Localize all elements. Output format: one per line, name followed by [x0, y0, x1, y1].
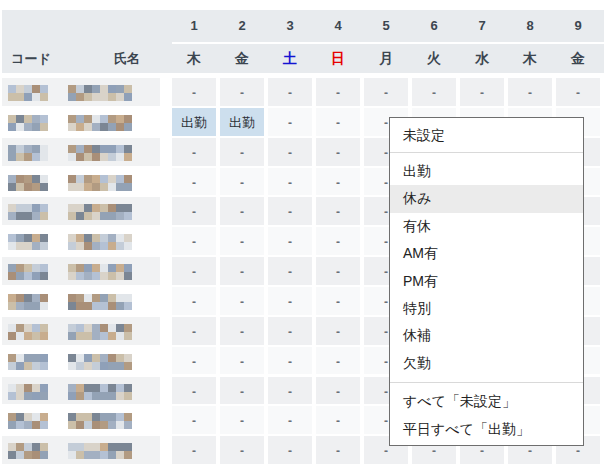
attendance-cell[interactable]: - [268, 108, 312, 136]
attendance-cell[interactable]: - [220, 347, 264, 375]
attendance-cell[interactable]: - [220, 197, 264, 225]
attendance-cell[interactable]: - [268, 436, 312, 464]
row-left-band [2, 347, 160, 375]
attendance-cell[interactable]: - [268, 168, 312, 196]
attendance-cell[interactable]: - [172, 287, 216, 315]
attendance-cell[interactable]: - [268, 287, 312, 315]
day-name-header: 日 [316, 44, 360, 73]
attendance-cell-value: - [192, 355, 196, 369]
code-redacted-mosaic [8, 85, 48, 101]
attendance-cell[interactable]: - [172, 347, 216, 375]
attendance-cell-value: - [240, 176, 244, 190]
menu-item-1[interactable]: 出勤 [390, 158, 583, 185]
attendance-cell[interactable]: - [316, 406, 360, 434]
attendance-cell[interactable]: - [460, 78, 504, 106]
attendance-cell[interactable]: - [316, 78, 360, 106]
attendance-cell[interactable]: - [316, 436, 360, 464]
attendance-cell[interactable]: - [172, 78, 216, 106]
day-name-header: 水 [460, 44, 504, 73]
attendance-cell-value: - [480, 444, 484, 458]
day-number-header: 6 [412, 10, 456, 42]
attendance-cell-value: - [384, 444, 388, 458]
attendance-cell[interactable]: - [268, 197, 312, 225]
menu-item-4[interactable]: AM有 [390, 240, 583, 267]
attendance-cell[interactable]: - [316, 257, 360, 285]
attendance-cell[interactable]: 出勤 [220, 108, 264, 136]
attendance-cell-value: - [240, 385, 244, 399]
menu-item-2[interactable]: 休み [390, 185, 583, 212]
attendance-cell[interactable]: - [316, 287, 360, 315]
attendance-cell[interactable]: - [268, 257, 312, 285]
attendance-cell[interactable]: - [220, 78, 264, 106]
attendance-cell-value: - [336, 86, 340, 100]
attendance-cell[interactable]: - [172, 436, 216, 464]
attendance-cell[interactable]: - [316, 317, 360, 345]
menu-item-3[interactable]: 有休 [390, 213, 583, 240]
attendance-cell[interactable]: - [556, 78, 600, 106]
attendance-cell[interactable]: - [316, 168, 360, 196]
attendance-cell[interactable]: - [268, 227, 312, 255]
attendance-cell-value: - [240, 295, 244, 309]
attendance-cell-value: - [384, 414, 388, 428]
code-redacted-mosaic [8, 175, 48, 191]
menu-group: すべて「未設定」平日すべて「出勤」 [390, 383, 583, 445]
attendance-cell[interactable]: - [316, 227, 360, 255]
row-left-band [2, 287, 160, 315]
attendance-cell[interactable]: - [172, 168, 216, 196]
day-name-header: 金 [556, 44, 600, 73]
attendance-cell[interactable]: - [508, 78, 552, 106]
day-name-header: 火 [412, 44, 456, 73]
attendance-cell-value: - [528, 444, 532, 458]
attendance-cell[interactable]: - [172, 138, 216, 166]
menu-item-7[interactable]: 休補 [390, 322, 583, 349]
attendance-cell[interactable]: - [268, 347, 312, 375]
attendance-cell[interactable]: - [316, 138, 360, 166]
menu-item-0[interactable]: 未設定 [390, 118, 583, 152]
menu-item-5[interactable]: PM有 [390, 268, 583, 295]
attendance-cell[interactable]: - [220, 436, 264, 464]
attendance-cell[interactable]: 出勤 [172, 108, 216, 136]
attendance-cell[interactable]: - [172, 406, 216, 434]
attendance-cell[interactable]: - [220, 138, 264, 166]
attendance-cell[interactable]: - [268, 377, 312, 405]
attendance-cell[interactable]: - [172, 257, 216, 285]
attendance-cell-value: - [384, 355, 388, 369]
attendance-cell[interactable]: - [220, 406, 264, 434]
attendance-cell[interactable]: - [316, 347, 360, 375]
row-left-band [2, 436, 160, 464]
code-redacted-mosaic [8, 443, 48, 459]
attendance-cell[interactable]: - [220, 257, 264, 285]
name-redacted-mosaic [68, 324, 132, 340]
attendance-cell[interactable]: - [316, 377, 360, 405]
attendance-cell[interactable]: - [268, 78, 312, 106]
attendance-cell[interactable]: - [172, 197, 216, 225]
attendance-cell-value: - [192, 86, 196, 100]
attendance-cell[interactable]: - [412, 78, 456, 106]
attendance-cell-value: - [192, 414, 196, 428]
menu-item-6[interactable]: 特別 [390, 295, 583, 322]
menu-item-10[interactable]: 平日すべて「出勤」 [390, 415, 583, 443]
attendance-cell[interactable]: - [220, 287, 264, 315]
name-redacted-mosaic [68, 115, 132, 131]
attendance-cell-value: - [288, 116, 292, 130]
attendance-cell[interactable]: - [364, 78, 408, 106]
attendance-cell[interactable]: - [316, 197, 360, 225]
attendance-cell[interactable]: - [268, 317, 312, 345]
attendance-cell-value: - [384, 265, 388, 279]
attendance-cell-value: - [288, 146, 292, 160]
attendance-cell[interactable]: - [268, 406, 312, 434]
attendance-cell-value: - [336, 235, 340, 249]
name-redacted-mosaic [68, 175, 132, 191]
attendance-cell[interactable]: - [220, 377, 264, 405]
menu-item-8[interactable]: 欠勤 [390, 350, 583, 377]
attendance-cell[interactable]: - [220, 227, 264, 255]
attendance-cell[interactable]: - [316, 108, 360, 136]
row-left-band [2, 138, 160, 166]
attendance-cell[interactable]: - [172, 317, 216, 345]
attendance-cell[interactable]: - [220, 168, 264, 196]
attendance-cell[interactable]: - [268, 138, 312, 166]
attendance-cell[interactable]: - [220, 317, 264, 345]
attendance-cell[interactable]: - [172, 377, 216, 405]
attendance-cell[interactable]: - [172, 227, 216, 255]
menu-item-9[interactable]: すべて「未設定」 [390, 387, 583, 415]
